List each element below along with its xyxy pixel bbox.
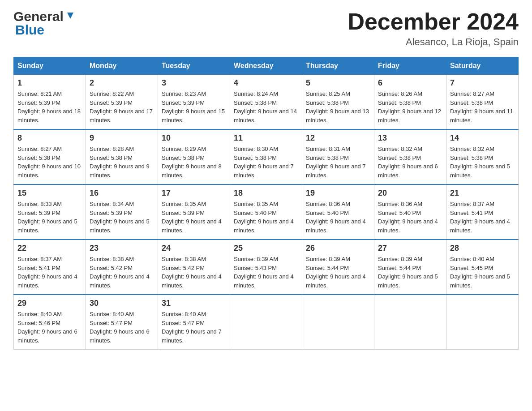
- logo-arrow-icon: [65, 11, 75, 21]
- day-info: Sunrise: 8:35 AMSunset: 5:40 PMDaylight:…: [234, 200, 298, 235]
- day-number: 17: [162, 188, 226, 198]
- calendar-header-sunday: Sunday: [14, 57, 86, 75]
- calendar-cell: 14Sunrise: 8:32 AMSunset: 5:38 PMDayligh…: [446, 129, 519, 184]
- calendar-cell: 12Sunrise: 8:31 AMSunset: 5:38 PMDayligh…: [302, 129, 374, 184]
- day-info: Sunrise: 8:28 AMSunset: 5:38 PMDaylight:…: [90, 145, 154, 180]
- day-number: 9: [90, 133, 154, 143]
- day-number: 1: [17, 78, 82, 88]
- day-info: Sunrise: 8:40 AMSunset: 5:46 PMDaylight:…: [17, 310, 82, 345]
- day-info: Sunrise: 8:40 AMSunset: 5:47 PMDaylight:…: [90, 310, 154, 345]
- calendar-cell: 24Sunrise: 8:38 AMSunset: 5:42 PMDayligh…: [158, 240, 230, 295]
- calendar-cell: 25Sunrise: 8:39 AMSunset: 5:43 PMDayligh…: [230, 240, 302, 295]
- day-info: Sunrise: 8:22 AMSunset: 5:39 PMDaylight:…: [90, 90, 154, 124]
- day-info: Sunrise: 8:29 AMSunset: 5:38 PMDaylight:…: [162, 145, 226, 180]
- day-number: 28: [450, 244, 515, 253]
- day-number: 31: [162, 299, 226, 308]
- day-number: 14: [450, 133, 515, 143]
- calendar-cell: 3Sunrise: 8:23 AMSunset: 5:39 PMDaylight…: [158, 75, 230, 130]
- title-block: December 2024 Alesanco, La Rioja, Spain: [348, 9, 519, 48]
- day-info: Sunrise: 8:30 AMSunset: 5:38 PMDaylight:…: [234, 145, 298, 180]
- day-info: Sunrise: 8:24 AMSunset: 5:38 PMDaylight:…: [234, 90, 298, 124]
- calendar-cell: 16Sunrise: 8:34 AMSunset: 5:39 PMDayligh…: [86, 184, 158, 240]
- calendar-header-wednesday: Wednesday: [230, 57, 302, 75]
- day-info: Sunrise: 8:37 AMSunset: 5:41 PMDaylight:…: [17, 255, 82, 290]
- calendar-week-row: 29Sunrise: 8:40 AMSunset: 5:46 PMDayligh…: [14, 295, 519, 350]
- day-number: 4: [234, 78, 298, 88]
- calendar-cell: 1Sunrise: 8:21 AMSunset: 5:39 PMDaylight…: [14, 75, 86, 130]
- day-info: Sunrise: 8:37 AMSunset: 5:41 PMDaylight:…: [450, 200, 515, 235]
- day-info: Sunrise: 8:31 AMSunset: 5:38 PMDaylight:…: [306, 145, 370, 180]
- day-number: 24: [162, 244, 226, 253]
- logo-general-text: General: [13, 9, 64, 24]
- calendar-cell: 7Sunrise: 8:27 AMSunset: 5:38 PMDaylight…: [446, 75, 519, 130]
- calendar-cell: 20Sunrise: 8:36 AMSunset: 5:40 PMDayligh…: [374, 184, 446, 240]
- day-info: Sunrise: 8:27 AMSunset: 5:38 PMDaylight:…: [17, 145, 82, 180]
- day-number: 29: [17, 299, 82, 308]
- calendar-header-saturday: Saturday: [446, 57, 519, 75]
- calendar-cell: 27Sunrise: 8:39 AMSunset: 5:44 PMDayligh…: [374, 240, 446, 295]
- calendar-cell: 15Sunrise: 8:33 AMSunset: 5:39 PMDayligh…: [14, 184, 86, 240]
- day-number: 10: [162, 133, 226, 143]
- logo: General Blue: [13, 9, 75, 38]
- calendar-cell: 21Sunrise: 8:37 AMSunset: 5:41 PMDayligh…: [446, 184, 519, 240]
- calendar-week-row: 1Sunrise: 8:21 AMSunset: 5:39 PMDaylight…: [14, 75, 519, 130]
- calendar-cell: 22Sunrise: 8:37 AMSunset: 5:41 PMDayligh…: [14, 240, 86, 295]
- day-info: Sunrise: 8:39 AMSunset: 5:43 PMDaylight:…: [234, 255, 298, 290]
- day-number: 22: [17, 244, 82, 253]
- calendar-header-tuesday: Tuesday: [158, 57, 230, 75]
- calendar-cell: 28Sunrise: 8:40 AMSunset: 5:45 PMDayligh…: [446, 240, 519, 295]
- day-number: 21: [450, 188, 515, 198]
- calendar-cell: 26Sunrise: 8:39 AMSunset: 5:44 PMDayligh…: [302, 240, 374, 295]
- calendar-cell: [446, 295, 519, 350]
- day-number: 15: [17, 188, 82, 198]
- calendar-cell: 17Sunrise: 8:35 AMSunset: 5:39 PMDayligh…: [158, 184, 230, 240]
- day-info: Sunrise: 8:23 AMSunset: 5:39 PMDaylight:…: [162, 90, 226, 124]
- calendar-cell: 30Sunrise: 8:40 AMSunset: 5:47 PMDayligh…: [86, 295, 158, 350]
- day-number: 8: [17, 133, 82, 143]
- calendar-week-row: 8Sunrise: 8:27 AMSunset: 5:38 PMDaylight…: [14, 129, 519, 184]
- calendar-cell: 18Sunrise: 8:35 AMSunset: 5:40 PMDayligh…: [230, 184, 302, 240]
- location: Alesanco, La Rioja, Spain: [348, 36, 519, 48]
- day-info: Sunrise: 8:32 AMSunset: 5:38 PMDaylight:…: [450, 145, 515, 180]
- calendar-week-row: 22Sunrise: 8:37 AMSunset: 5:41 PMDayligh…: [14, 240, 519, 295]
- day-info: Sunrise: 8:39 AMSunset: 5:44 PMDaylight:…: [378, 255, 442, 290]
- month-title: December 2024: [348, 9, 519, 34]
- calendar-cell: 23Sunrise: 8:38 AMSunset: 5:42 PMDayligh…: [86, 240, 158, 295]
- calendar-cell: [374, 295, 446, 350]
- day-number: 7: [450, 78, 515, 88]
- day-info: Sunrise: 8:38 AMSunset: 5:42 PMDaylight:…: [162, 255, 226, 290]
- day-number: 26: [306, 244, 370, 253]
- calendar-cell: 13Sunrise: 8:32 AMSunset: 5:38 PMDayligh…: [374, 129, 446, 184]
- day-info: Sunrise: 8:26 AMSunset: 5:38 PMDaylight:…: [378, 90, 442, 124]
- calendar-cell: 2Sunrise: 8:22 AMSunset: 5:39 PMDaylight…: [86, 75, 158, 130]
- calendar-cell: 9Sunrise: 8:28 AMSunset: 5:38 PMDaylight…: [86, 129, 158, 184]
- day-number: 16: [90, 188, 154, 198]
- calendar-cell: 19Sunrise: 8:36 AMSunset: 5:40 PMDayligh…: [302, 184, 374, 240]
- calendar-header-thursday: Thursday: [302, 57, 374, 75]
- day-info: Sunrise: 8:39 AMSunset: 5:44 PMDaylight:…: [306, 255, 370, 290]
- calendar-week-row: 15Sunrise: 8:33 AMSunset: 5:39 PMDayligh…: [14, 184, 519, 240]
- day-number: 18: [234, 188, 298, 198]
- calendar-cell: 4Sunrise: 8:24 AMSunset: 5:38 PMDaylight…: [230, 75, 302, 130]
- day-info: Sunrise: 8:34 AMSunset: 5:39 PMDaylight:…: [90, 200, 154, 235]
- day-number: 19: [306, 188, 370, 198]
- day-number: 25: [234, 244, 298, 253]
- calendar-header-row: SundayMondayTuesdayWednesdayThursdayFrid…: [14, 57, 519, 75]
- day-info: Sunrise: 8:40 AMSunset: 5:47 PMDaylight:…: [162, 310, 226, 345]
- calendar-cell: 29Sunrise: 8:40 AMSunset: 5:46 PMDayligh…: [14, 295, 86, 350]
- calendar-cell: 31Sunrise: 8:40 AMSunset: 5:47 PMDayligh…: [158, 295, 230, 350]
- day-number: 6: [378, 78, 442, 88]
- logo-blue-text: Blue: [15, 22, 44, 37]
- day-number: 12: [306, 133, 370, 143]
- day-number: 20: [378, 188, 442, 198]
- day-info: Sunrise: 8:35 AMSunset: 5:39 PMDaylight:…: [162, 200, 226, 235]
- day-number: 3: [162, 78, 226, 88]
- day-number: 5: [306, 78, 370, 88]
- day-number: 27: [378, 244, 442, 253]
- page-header: General Blue December 2024 Alesanco, La …: [13, 9, 519, 48]
- day-number: 23: [90, 244, 154, 253]
- calendar-cell: 6Sunrise: 8:26 AMSunset: 5:38 PMDaylight…: [374, 75, 446, 130]
- calendar-cell: 11Sunrise: 8:30 AMSunset: 5:38 PMDayligh…: [230, 129, 302, 184]
- calendar-table: SundayMondayTuesdayWednesdayThursdayFrid…: [13, 57, 519, 350]
- day-number: 11: [234, 133, 298, 143]
